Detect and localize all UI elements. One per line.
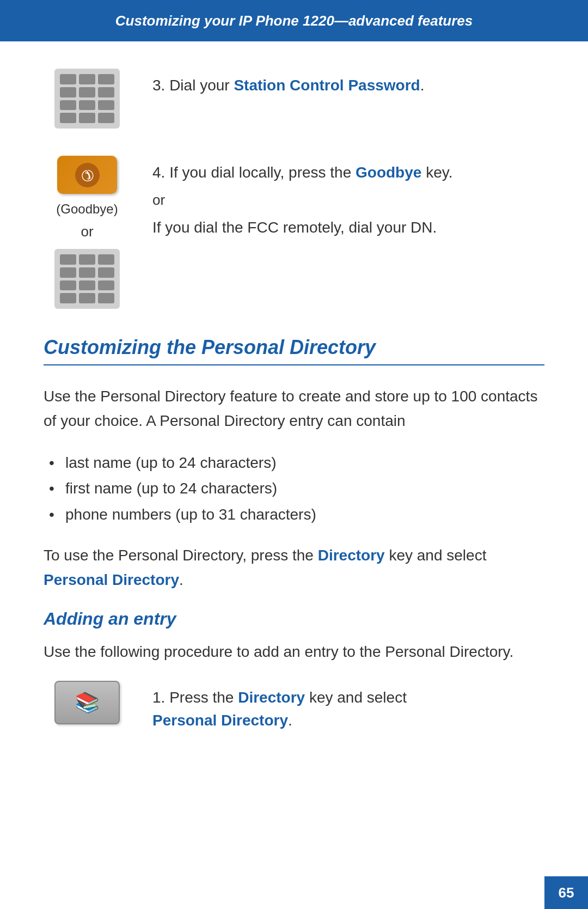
key2-4 (60, 267, 76, 278)
key-5 (79, 87, 95, 97)
key-6 (98, 87, 114, 97)
phone-symbol-icon: ✆ (76, 164, 98, 186)
key2-8 (79, 280, 95, 291)
subsection-body: Use the following procedure to add an en… (44, 640, 544, 664)
header-title: Customizing your IP Phone 1220—advanced … (115, 13, 473, 29)
page-content: 3. Dial your Station Control Password. ✆… (0, 41, 588, 803)
header-bar: Customizing your IP Phone 1220—advanced … (0, 0, 588, 41)
personal-directory-link-1: Personal Directory (44, 571, 179, 588)
step-3-text-after: . (420, 77, 425, 94)
goodbye-phone-icon: ✆ (75, 163, 100, 187)
step-4-text: 4. If you dial locally, press the Goodby… (152, 156, 544, 239)
step1-number: 1. (152, 689, 165, 706)
key2-3 (98, 254, 114, 265)
key-star (60, 113, 76, 123)
key2-6 (98, 267, 114, 278)
step-4-fcc-text: If you dial the FCC remotely, dial your … (152, 219, 437, 236)
bullet-item-3: phone numbers (up to 31 characters) (65, 502, 544, 528)
body2-middle: key and select (385, 547, 487, 564)
subsection-step-1-image: 📚 (44, 681, 131, 724)
section-body2: To use the Personal Directory, press the… (44, 544, 544, 593)
keypad-icon (54, 69, 120, 129)
subsection-step-1-row: 📚 1. Press the Directory key and select … (44, 681, 544, 732)
directory-book-icon: 📚 (75, 691, 100, 714)
step1-after: . (288, 712, 292, 729)
body2-before: To use the Personal Directory, press the (44, 547, 318, 564)
goodbye-link: Goodbye (356, 164, 421, 181)
key-2 (79, 74, 95, 84)
step-3-text-before: Dial your (169, 77, 234, 94)
section-title: Customizing the Personal Directory (44, 336, 544, 365)
page-number: 65 (544, 876, 588, 909)
key-3 (98, 74, 114, 84)
key-1 (60, 74, 76, 84)
key2-2 (79, 254, 95, 265)
section-body1: Use the Personal Directory feature to cr… (44, 385, 544, 434)
bullet-item-1: last name (up to 24 characters) (65, 450, 544, 476)
station-control-password-link: Station Control Password (234, 77, 420, 94)
key-8 (79, 100, 95, 111)
step-4-row: ✆ (Goodbye) or 4. If you dia (44, 156, 544, 309)
step-4-text-after: key. (421, 164, 452, 181)
step-4-text-before: If you dial locally, press the (169, 164, 356, 181)
key-7 (60, 100, 76, 111)
step-3-text: 3. Dial your Station Control Password. (152, 69, 544, 97)
key2-hash (98, 293, 114, 303)
personal-directory-link-2: Personal Directory (152, 712, 288, 729)
key-hash (98, 113, 114, 123)
key2-5 (79, 267, 95, 278)
step1-middle: key and select (305, 689, 407, 706)
right-or-text: or (152, 190, 544, 211)
subsection-step-1-text: 1. Press the Directory key and select Pe… (152, 681, 544, 732)
step-3-number: 3. (152, 77, 165, 94)
key2-0 (79, 293, 95, 303)
key2-1 (60, 254, 76, 265)
goodbye-label: (Goodbye) (56, 202, 118, 217)
key-4 (60, 87, 76, 97)
step-3-image (44, 69, 131, 129)
directory-button-image: 📚 (54, 681, 120, 724)
key-0 (79, 113, 95, 123)
directory-link-2: Directory (238, 689, 305, 706)
bullet-item-2: first name (up to 24 characters) (65, 475, 544, 502)
keypad-icon-2 (54, 249, 120, 309)
goodbye-or-text: or (81, 223, 93, 240)
key2-star (60, 293, 76, 303)
key2-9 (98, 280, 114, 291)
body2-after: . (179, 571, 183, 588)
directory-link-1: Directory (318, 547, 385, 564)
step1-before: Press the (169, 689, 238, 706)
step-4-number: 4. (152, 164, 165, 181)
subsection-title: Adding an entry (44, 609, 544, 629)
key-9 (98, 100, 114, 111)
step-3-row: 3. Dial your Station Control Password. (44, 69, 544, 129)
key2-7 (60, 280, 76, 291)
bullet-list: last name (up to 24 characters) first na… (65, 450, 544, 528)
goodbye-button-image: ✆ (57, 156, 117, 194)
step-4-image: ✆ (Goodbye) or (44, 156, 131, 309)
